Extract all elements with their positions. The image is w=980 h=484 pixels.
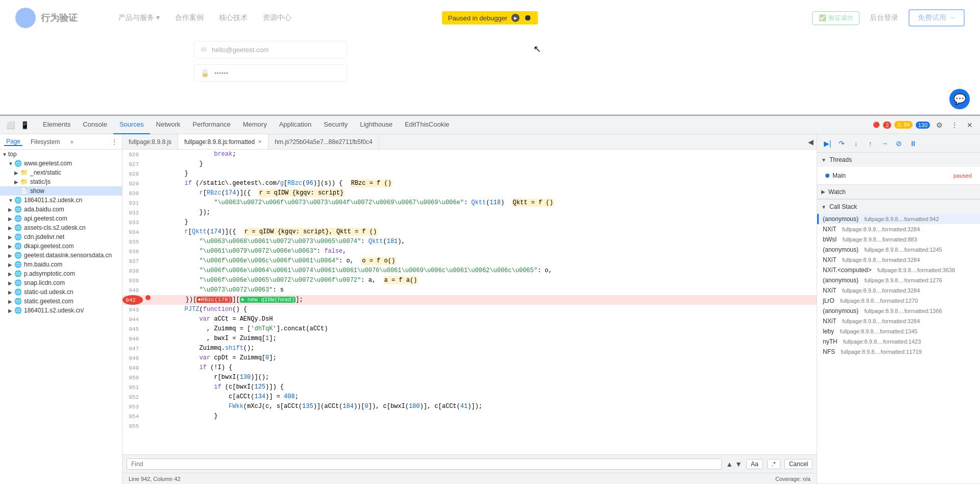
stack-item-7[interactable]: NXiT fullpage:8.9.8....formatted:3284 <box>817 285 980 296</box>
stack-item-1[interactable]: NXiT fullpage:8.9.8....formatted:3284 <box>817 224 980 234</box>
editor-tab-fullpage-formatted[interactable]: fullpage:8.9.8.js:formatted ✕ <box>178 134 268 150</box>
stack-item-8[interactable]: jLrO fullpage:8.9.8....formatted:1270 <box>817 296 980 306</box>
editor-tab-fullpage[interactable]: fullpage:8.9.8.js <box>122 134 178 150</box>
more-tabs[interactable]: » <box>70 138 74 146</box>
record-icon[interactable]: ⏺ <box>524 13 532 22</box>
error-icon: 🔴 <box>873 122 880 128</box>
tree-item-label: snap.licdn.com <box>24 279 65 286</box>
tree-item-label: ada.baidu.com <box>24 206 64 213</box>
stack-item-9[interactable]: (anonymous) fullpage:8.9.8....formatted:… <box>817 306 980 316</box>
stack-item-4[interactable]: NXiT fullpage:8.9.8....formatted:3284 <box>817 255 980 265</box>
tab-application[interactable]: Application <box>273 116 318 134</box>
domain-icon: 🌐 <box>14 307 22 314</box>
tree-api-geetest[interactable]: ▶ 🌐 api.geetest.com <box>0 214 122 223</box>
tree-assets-cls[interactable]: ▶ 🌐 assets-cls.s2.udesk.cn <box>0 223 122 232</box>
domain-icon: 🌐 <box>14 233 22 240</box>
find-input[interactable] <box>127 458 722 470</box>
cancel-find-button[interactable]: Cancel <box>785 459 813 469</box>
pause-on-exceptions-button[interactable]: ⏸ <box>907 137 919 150</box>
stack-item-13[interactable]: NFS fullpage:8.9.8....formatted:11719 <box>817 347 980 357</box>
tree-item-label: api.geetest.com <box>24 215 67 222</box>
arrow-icon: ▶ <box>8 299 14 304</box>
stack-item-11[interactable]: leby fullpage:8.9.8....formatted:1345 <box>817 326 980 336</box>
arrow-icon: ▶ <box>8 280 14 286</box>
stack-item-2[interactable]: bWsI fullpage:8.9.8....formatted:883 <box>817 234 980 245</box>
stack-item-0[interactable]: (anonymous) fullpage:8.9.8....formatted:… <box>817 214 980 224</box>
code-line-949: 949 if (!I) { <box>122 363 817 373</box>
navigate-back-button[interactable]: ◀ <box>804 136 817 148</box>
chat-bubble[interactable]: 💬 <box>949 89 970 109</box>
inspect-element-button[interactable]: ⬜ <box>4 119 16 131</box>
regex-button[interactable]: .* <box>767 459 780 469</box>
stack-fn: (anonymous) <box>823 307 859 314</box>
match-case-button[interactable]: Aa <box>746 459 763 469</box>
play-icon[interactable]: ▶ <box>511 14 520 22</box>
device-toggle-button[interactable]: 📱 <box>18 119 31 131</box>
threads-section-header[interactable]: ▼ Threads <box>817 153 980 167</box>
resume-button[interactable]: ▶| <box>821 137 834 150</box>
deactivate-breakpoints-button[interactable]: ⊘ <box>893 137 905 150</box>
tree-hm-baidu[interactable]: ▶ 🌐 hm.baidu.com <box>0 260 122 269</box>
step-button[interactable]: → <box>878 137 891 150</box>
tab-performance[interactable]: Performance <box>186 116 236 134</box>
tree-ada-baidu[interactable]: ▶ 🌐 ada.baidu.com <box>0 205 122 214</box>
close-tab-icon[interactable]: ✕ <box>258 139 262 144</box>
step-into-button[interactable]: ↓ <box>850 137 862 150</box>
filesystem-tab[interactable]: Filesystem <box>29 138 62 146</box>
tree-1864011-slash[interactable]: ▶ 🌐 1864011.s2.udesk.cn/ <box>0 306 122 315</box>
tree-cdn-jsdelivr[interactable]: ▶ 🌐 cdn.jsdelivr.net <box>0 232 122 241</box>
watch-section-header[interactable]: ▶ Watch <box>817 185 980 199</box>
tab-memory[interactable]: Memory <box>237 116 273 134</box>
step-over-button[interactable]: ↷ <box>836 137 848 150</box>
tree-next-static[interactable]: ▶ 📁 _next/static <box>0 168 122 177</box>
tree-item-label: geetest.datasink.sensorsdata.cn <box>24 252 112 259</box>
tab-console[interactable]: Console <box>77 116 113 134</box>
code-line-928: 928 } <box>122 169 817 179</box>
devtools-toolbar-right: 🔴 2 ⚠ 84 130 ⚙ ⋮ ✕ <box>873 119 976 131</box>
devtools-panel: ⬜ 📱 Elements Console Sources Network Per… <box>0 115 980 484</box>
tree-item-label: static.geetest.com <box>24 298 74 305</box>
stack-item-6[interactable]: (anonymous) fullpage:8.9.8....formatted:… <box>817 275 980 285</box>
arrow-icon: ▶ <box>8 225 14 231</box>
arrow-icon: ▶ <box>8 289 14 295</box>
stack-item-10[interactable]: NXiT fullpage:8.9.8....formatted:3284 <box>817 316 980 326</box>
stack-fn: (anonymous) <box>823 215 859 223</box>
line-col-status: Line 942, Column 42 <box>129 476 181 482</box>
tab-editthiscookie[interactable]: EditThisCookie <box>399 116 455 134</box>
settings-button[interactable]: ⚙ <box>933 119 945 131</box>
arrow-icon: ▶ <box>8 207 14 212</box>
tab-security[interactable]: Security <box>317 116 354 134</box>
tree-1864011[interactable]: ▼ 🌐 1864011.s2.udesk.cn <box>0 196 122 205</box>
call-stack-content[interactable]: (anonymous) fullpage:8.9.8....formatted:… <box>817 214 980 357</box>
tree-static-geetest[interactable]: ▶ 🌐 static.geetest.com <box>0 297 122 306</box>
close-devtools-button[interactable]: ✕ <box>964 119 976 131</box>
call-stack-section-header[interactable]: ▼ Call Stack <box>817 200 980 214</box>
tab-lighthouse[interactable]: Lighthouse <box>354 116 399 134</box>
editor-tab-hm[interactable]: hm.js?25b04a5e7...88e2711fb5f0c4 <box>268 134 379 150</box>
tree-snap-licdn[interactable]: ▶ 🌐 snap.licdn.com <box>0 278 122 287</box>
code-area[interactable]: 926 break; 927 } 928 } <box>122 150 817 454</box>
stack-loc: fullpage:8.9.8....formatted:1276 <box>864 277 942 283</box>
stack-item-5[interactable]: NXiT.<computed> fullpage:8.9.8....format… <box>817 265 980 275</box>
stack-item-3[interactable]: (anonymous) fullpage:8.9.8....formatted:… <box>817 245 980 255</box>
step-out-button[interactable]: ↑ <box>864 137 876 150</box>
tab-sources[interactable]: Sources <box>113 116 150 134</box>
page-tab[interactable]: Page <box>4 138 22 146</box>
more-options-button[interactable]: ⋮ <box>948 119 961 131</box>
tree-top[interactable]: ▼ top <box>0 150 122 159</box>
arrow-up-icon[interactable]: ▲ <box>726 460 733 468</box>
tab-network[interactable]: Network <box>150 116 187 134</box>
tab-elements[interactable]: Elements <box>37 116 77 134</box>
code-line-947: 947 Zuimmq.shift(); <box>122 344 817 353</box>
tree-show[interactable]: 📄 show <box>0 186 122 196</box>
tree-static-js[interactable]: ▶ 📁 static/js <box>0 177 122 186</box>
tree-p-adsymptotic[interactable]: ▶ 🌐 p.adsymptotic.com <box>0 269 122 278</box>
tree-dkapi-geetest[interactable]: ▶ 🌐 dkapi.geetest.com <box>0 241 122 251</box>
tree-www-geetest[interactable]: ▼ 🌐 www.geetest.com <box>0 159 122 168</box>
arrow-down-icon[interactable]: ▼ <box>735 460 742 468</box>
stack-item-12[interactable]: nyTH fullpage:8.9.8....formatted:1423 <box>817 336 980 347</box>
arrow-icon: ▶ <box>8 234 14 240</box>
tree-geetest-datasink[interactable]: ▶ 🌐 geetest.datasink.sensorsdata.cn <box>0 251 122 260</box>
tree-static-ud[interactable]: ▶ 🌐 static-ud.udesk.cn <box>0 287 122 297</box>
file-tree-options[interactable]: ⋮ <box>111 138 118 146</box>
